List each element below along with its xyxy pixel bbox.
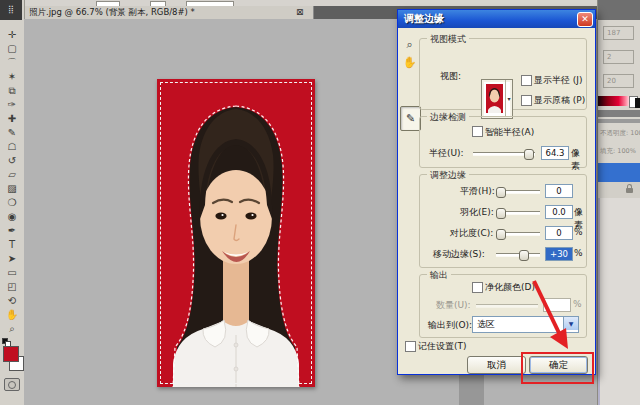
view-label: 视图:: [440, 70, 461, 83]
edge-detection-group-label: 边缘检测: [427, 111, 469, 124]
smooth-label: 平滑(H):: [460, 185, 495, 198]
color-value-field[interactable]: 2: [603, 50, 634, 64]
brush-tool-icon[interactable]: ✎: [0, 126, 24, 140]
dialog-zoom-tool-icon[interactable]: ⌕: [402, 37, 417, 52]
remember-settings-label: 记住设置(T): [418, 340, 467, 353]
show-radius-label: 显示半径 (J): [534, 74, 583, 87]
shift-edge-label: 移动边缘(S):: [433, 248, 485, 261]
radius-label: 半径(U):: [429, 147, 464, 160]
show-original-label: 显示原稿 (P): [534, 94, 585, 107]
fill-label: 填充:: [600, 147, 615, 155]
lock-icon: [626, 188, 633, 193]
refine-radius-tool-button[interactable]: ✎: [400, 106, 421, 131]
feather-label: 羽化(E):: [460, 206, 494, 219]
background-layer-row[interactable]: [598, 182, 640, 198]
eraser-tool-icon[interactable]: ▱: [0, 168, 24, 182]
shift-edge-slider[interactable]: [496, 253, 540, 257]
shift-edge-unit: %: [574, 248, 583, 258]
path-selection-tool-icon[interactable]: ➤: [0, 252, 24, 266]
type-tool-icon[interactable]: T: [0, 238, 24, 252]
feather-value-field[interactable]: 0.0: [545, 205, 573, 219]
opacity-label: 不透明度:: [600, 129, 628, 137]
cancel-button[interactable]: 取消: [467, 356, 526, 374]
selected-layer-row[interactable]: [598, 163, 640, 182]
dialog-hand-tool-icon[interactable]: ✋: [402, 55, 417, 70]
dodge-tool-icon[interactable]: ◉: [0, 210, 24, 224]
shape-tool-icon[interactable]: ▭: [0, 266, 24, 280]
contrast-value-field[interactable]: 0: [545, 226, 573, 240]
right-panel-column: 187 2 20 不透明度: 100% 填充: 100%: [597, 0, 640, 405]
smooth-value-field[interactable]: 0: [545, 184, 573, 198]
gradient-tool-icon[interactable]: ▨: [0, 182, 24, 196]
shift-edge-value-field[interactable]: +30: [545, 247, 573, 261]
panel-divider: [598, 119, 640, 123]
hand-tool-icon[interactable]: ✋: [0, 308, 24, 322]
color-value-field[interactable]: 20: [603, 74, 634, 88]
zoom-tool-icon[interactable]: ⌕: [0, 322, 24, 336]
pen-tool-icon[interactable]: ✒: [0, 224, 24, 238]
adjust-edge-group-label: 调整边缘: [427, 169, 469, 182]
show-radius-checkbox[interactable]: [521, 75, 532, 86]
remember-settings-checkbox[interactable]: [405, 341, 416, 352]
smart-radius-checkbox[interactable]: [472, 126, 483, 137]
lasso-tool-icon[interactable]: ⌒: [0, 56, 24, 70]
3d-tool-icon[interactable]: ◰: [0, 280, 24, 294]
smart-radius-label: 智能半径(A): [485, 126, 534, 139]
opacity-value: 100%: [630, 129, 640, 137]
rotate-view-tool-icon[interactable]: ⟲: [0, 294, 24, 308]
contrast-slider[interactable]: [496, 232, 540, 236]
color-ramp[interactable]: [598, 96, 631, 106]
document-tab-title: 照片.jpg @ 66.7% (背景 副本, RGB/8#) *: [29, 7, 195, 17]
smooth-slider-thumb[interactable]: [496, 187, 506, 198]
radius-slider-thumb[interactable]: [524, 149, 534, 160]
marquee-tool-icon[interactable]: ▢: [0, 42, 24, 56]
layers-opacity-row[interactable]: 不透明度: 100%: [598, 126, 640, 141]
crop-tool-icon[interactable]: ⧉: [0, 84, 24, 98]
eyedropper-tool-icon[interactable]: ✑: [0, 98, 24, 112]
show-original-checkbox[interactable]: [521, 95, 532, 106]
radius-slider[interactable]: [473, 152, 535, 156]
feather-slider-thumb[interactable]: [496, 208, 506, 219]
blur-tool-icon[interactable]: ❍: [0, 196, 24, 210]
dialog-title: 调整边缘: [404, 10, 444, 28]
tools-panel: ⣿ ✛ ▢ ⌒ ✶ ⧉ ✑ ✚ ✎ ☖ ↺ ▱ ▨ ❍ ◉ ✒ T ➤ ▭ ◰ …: [0, 0, 25, 405]
view-mode-group-label: 视图模式: [427, 33, 469, 46]
layers-fill-row[interactable]: 填充: 100%: [598, 144, 640, 159]
amount-label: 数量(U):: [436, 299, 471, 312]
selection-marching-ants: [160, 82, 312, 384]
move-tool-icon[interactable]: ✛: [0, 28, 24, 42]
black-chip[interactable]: [635, 98, 640, 108]
annotation-arrow: [520, 275, 590, 355]
default-swatches-icon[interactable]: [2, 338, 10, 345]
clone-stamp-tool-icon[interactable]: ☖: [0, 140, 24, 154]
window-fragment: [459, 373, 484, 405]
quick-selection-tool-icon[interactable]: ✶: [0, 70, 24, 84]
radius-value-field[interactable]: 64.3: [541, 146, 569, 160]
history-brush-tool-icon[interactable]: ↺: [0, 154, 24, 168]
output-to-label: 输出到(O):: [428, 319, 472, 332]
shift-edge-slider-thumb[interactable]: [519, 250, 529, 261]
toolbox-header[interactable]: ⣿: [0, 0, 22, 20]
document-tab[interactable]: 照片.jpg @ 66.7% (背景 副本, RGB/8#) *: [24, 6, 314, 19]
chevron-down-icon: ▾: [505, 80, 512, 117]
view-mode-dropdown[interactable]: ▾: [481, 79, 513, 119]
tab-close-icon[interactable]: ⊠: [296, 7, 304, 18]
output-to-value: 选区: [477, 317, 495, 331]
color-value-field[interactable]: 187: [603, 26, 634, 40]
view-thumbnail: [486, 84, 503, 113]
panel-divider: [598, 110, 640, 117]
decontaminate-colors-checkbox[interactable]: [472, 282, 483, 293]
portrait-photo: [157, 79, 315, 387]
smooth-slider[interactable]: [496, 190, 540, 194]
adjust-edge-group: 调整边缘 平滑(H): 0 羽化(E): 0.0 像素 对比度(C): 0 % …: [419, 174, 587, 268]
dialog-titlebar[interactable]: 调整边缘 ✕: [398, 10, 595, 28]
radius-unit: 像素: [571, 147, 586, 173]
panel-body: [598, 198, 640, 405]
healing-brush-tool-icon[interactable]: ✚: [0, 112, 24, 126]
quick-mask-icon[interactable]: [4, 378, 20, 391]
foreground-color-swatch[interactable]: [3, 346, 19, 362]
contrast-slider-thumb[interactable]: [496, 229, 506, 240]
feather-slider[interactable]: [496, 211, 540, 215]
edge-detection-group: 边缘检测 智能半径(A) 半径(U): 64.3 像素: [419, 116, 587, 168]
dialog-close-icon[interactable]: ✕: [577, 12, 593, 27]
